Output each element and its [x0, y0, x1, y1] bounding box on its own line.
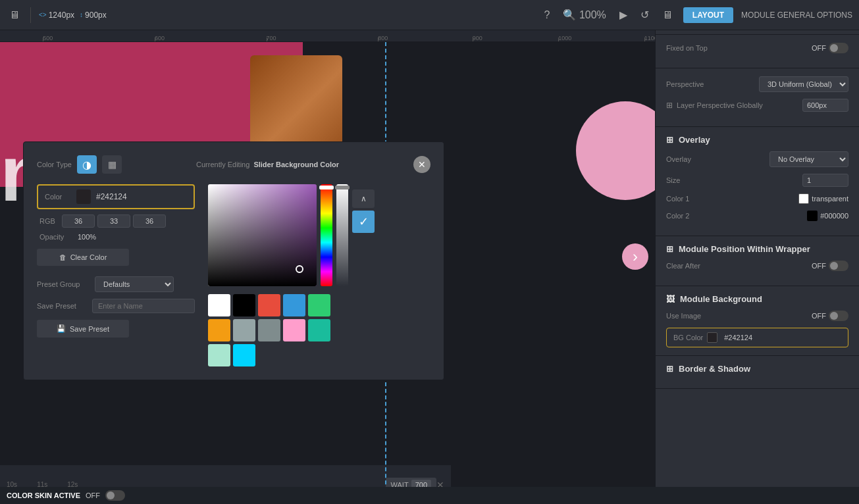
border-shadow-title-text: Border & Shadow — [679, 364, 750, 374]
expand-btn[interactable]: ∧ — [352, 189, 375, 208]
monitor-icon[interactable]: 🖥 — [7, 9, 22, 21]
overlay-label: Overlay — [666, 155, 691, 163]
module-bg-section: 🖼 Module Background Use Image OFF BG Col… — [656, 286, 859, 356]
gradient-handle[interactable] — [296, 265, 303, 273]
perspective-section: Perspective 3D Uniform (Global) ⊞ Layer … — [656, 68, 859, 127]
b-input[interactable] — [133, 214, 166, 228]
editing-target: Slider Background Color — [253, 161, 339, 168]
rgb-label: RGB — [39, 217, 59, 225]
module-position-icon: ⊞ — [666, 244, 673, 254]
color-skin-toggle[interactable] — [105, 490, 125, 501]
color-skin-off-label: OFF — [86, 491, 100, 499]
zoom-control[interactable]: 🔍 100% — [560, 9, 608, 21]
use-image-label: Use Image — [666, 312, 701, 320]
gradient-canvas[interactable] — [208, 184, 317, 286]
color1-swatch[interactable] — [798, 193, 809, 204]
bg-color-hex: #242124 — [724, 334, 752, 341]
swatch-teal[interactable] — [308, 319, 330, 341]
module-options-label: MODULE GENERAL OPTIONS — [741, 11, 852, 20]
currently-editing-label: Currently Editing — [196, 161, 249, 168]
swatch-blue[interactable] — [283, 294, 305, 316]
swatch-orange[interactable] — [208, 319, 230, 341]
swatch-green[interactable] — [308, 294, 330, 316]
overlay-title: ⊞ Overlay — [666, 135, 848, 145]
border-shadow-section: ⊞ Border & Shadow — [656, 356, 859, 389]
r-input[interactable] — [62, 214, 95, 228]
swatch-white[interactable] — [208, 294, 230, 316]
swatch-red[interactable] — [258, 294, 280, 316]
opacity-row: Opacity 100% — [37, 233, 195, 241]
picker-left: Color RGB Opacity 100% 🗑 Clear Color — [37, 184, 195, 366]
save-preset-btn[interactable]: 💾 Save Preset — [37, 320, 129, 338]
overlay-select[interactable]: No Overlay — [769, 151, 848, 167]
gradient-color-btn[interactable]: ▦ — [102, 155, 122, 174]
color2-swatch[interactable] — [807, 211, 818, 221]
width-field[interactable]: <> 1240px — [39, 11, 74, 20]
bg-color-row: BG Color #242124 — [666, 328, 848, 347]
overlay-icon: ⊞ — [666, 135, 673, 145]
bg-color-swatch[interactable] — [707, 332, 717, 343]
fixed-top-value: OFF — [812, 44, 826, 52]
swatch-gray[interactable] — [233, 319, 255, 341]
clear-color-btn[interactable]: 🗑 Clear Color — [37, 249, 129, 266]
status-bar: COLOR SKIN ACTIVE OFF — [0, 487, 859, 504]
module-position-section: ⊞ Module Position Within Wrapper Clear A… — [656, 236, 859, 286]
clear-after-toggle[interactable] — [829, 261, 848, 271]
solid-color-btn[interactable]: ◑ — [77, 155, 97, 174]
picker-close-btn[interactable]: ✕ — [413, 156, 430, 173]
separator — [30, 7, 31, 23]
color-hex-input[interactable] — [96, 192, 149, 201]
color-skin-label: COLOR SKIN ACTIVE — [7, 491, 80, 499]
size-label: Size — [666, 176, 680, 184]
color2-value-row: #000000 — [807, 211, 848, 221]
swatch-black[interactable] — [233, 294, 255, 316]
layer-perspective-input[interactable] — [802, 99, 848, 112]
height-field[interactable]: ↕ 900px — [80, 11, 107, 20]
color-label: Color — [45, 193, 71, 201]
cursor-icon[interactable]: ▶ — [617, 9, 630, 21]
height-value[interactable]: 900px — [85, 11, 107, 20]
color-hex-preview[interactable] — [76, 189, 91, 204]
swatch-pink[interactable] — [283, 319, 305, 341]
use-image-toggle[interactable] — [829, 311, 848, 321]
fixed-top-toggle[interactable] — [829, 43, 848, 53]
help-icon[interactable]: ? — [542, 9, 553, 21]
save-icon: 💾 — [57, 324, 66, 333]
hue-strip[interactable] — [321, 184, 332, 286]
border-shadow-icon: ⊞ — [666, 364, 673, 374]
module-position-title-text: Module Position Within Wrapper — [679, 244, 810, 254]
picker-right: ∧ ✓ — [208, 184, 430, 366]
right-panel: LAYOUT MODULE GENERAL OPTIONS Fixed on T… — [655, 0, 859, 504]
width-arrow: <> — [39, 11, 47, 18]
opacity-handle[interactable] — [335, 186, 350, 189]
undo-icon[interactable]: ↺ — [638, 9, 652, 21]
opacity-strip[interactable] — [336, 184, 348, 286]
ruler-mark-700: 700 — [267, 35, 276, 41]
module-bg-title: 🖼 Module Background — [666, 294, 848, 304]
preview-icon[interactable]: 🖥 — [660, 9, 675, 21]
fixed-top-control: OFF — [812, 43, 848, 53]
preset-group-label: Preset Group — [37, 280, 90, 288]
hue-handle[interactable] — [319, 186, 334, 189]
color1-value-row: transparent — [798, 193, 848, 204]
layout-tab[interactable]: LAYOUT — [683, 7, 733, 23]
confirm-btn[interactable]: ✓ — [352, 211, 375, 233]
module-bg-title-text: Module Background — [680, 294, 762, 304]
preset-group-select[interactable]: Defaults — [95, 276, 174, 292]
use-image-value: OFF — [812, 312, 826, 320]
g-input[interactable] — [97, 214, 130, 228]
size-input[interactable] — [802, 174, 848, 187]
perspective-select[interactable]: 3D Uniform (Global) — [759, 76, 848, 92]
width-value[interactable]: 1240px — [49, 11, 74, 20]
clear-after-row: Clear After OFF — [666, 261, 848, 271]
toolbar-right: ? 🔍 100% ▶ ↺ 🖥 LAYOUT MODULE GENERAL OPT… — [542, 7, 852, 23]
swatch-cyan[interactable] — [233, 344, 255, 366]
layer-perspective-label: Layer Perspective Globally — [677, 101, 763, 109]
border-shadow-title: ⊞ Border & Shadow — [666, 364, 848, 374]
arrow-right-btn[interactable]: › — [622, 243, 648, 270]
editing-info: Currently Editing Slider Background Colo… — [196, 161, 339, 168]
swatch-light-green[interactable] — [208, 344, 230, 366]
opacity-slider-container — [336, 184, 348, 286]
swatch-dark-gray[interactable] — [258, 319, 280, 341]
preset-name-input[interactable] — [92, 299, 195, 313]
